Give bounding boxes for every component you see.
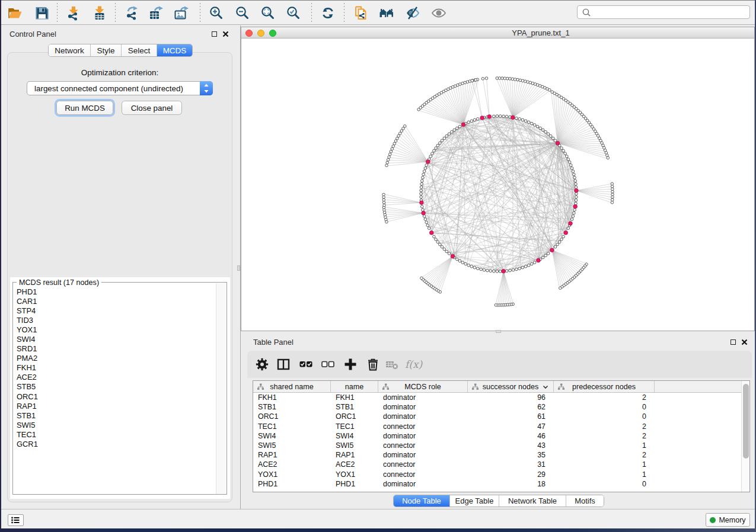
graph-node[interactable] (474, 79, 477, 82)
open-file-icon[interactable] (7, 5, 23, 21)
graph-node[interactable] (512, 268, 515, 271)
graph-node[interactable] (435, 147, 438, 150)
graph-node[interactable] (611, 185, 614, 188)
table-row[interactable]: TEC1TEC1connector472 (253, 422, 749, 431)
graph-node[interactable] (464, 262, 467, 265)
graph-node[interactable] (495, 304, 497, 307)
graph-node[interactable] (473, 118, 476, 121)
mcds-node-item[interactable]: SWI5 (17, 421, 212, 430)
graph-node[interactable] (433, 235, 436, 238)
graph-node[interactable] (439, 243, 442, 246)
select-all-icon[interactable] (299, 357, 313, 371)
show-columns-icon[interactable] (276, 357, 291, 371)
graph-node[interactable] (383, 204, 386, 207)
graph-node[interactable] (567, 158, 570, 161)
graph-node[interactable] (515, 268, 518, 271)
graph-mcds-node[interactable] (569, 222, 573, 226)
run-mcds-button[interactable]: Run MCDS (56, 101, 113, 115)
tab-mcds[interactable]: MCDS (157, 44, 192, 56)
graph-node[interactable] (422, 177, 425, 180)
graph-node[interactable] (429, 155, 432, 158)
graph-node[interactable] (570, 167, 573, 170)
graph-node[interactable] (502, 115, 505, 118)
graph-node[interactable] (420, 193, 423, 196)
column-header-name[interactable]: name (331, 381, 378, 392)
vertical-splitter-grip[interactable] (237, 265, 240, 271)
show-graphics-details-icon[interactable] (431, 5, 446, 21)
graph-node[interactable] (441, 245, 444, 248)
import-table-icon[interactable] (92, 5, 107, 21)
graph-node[interactable] (433, 149, 436, 152)
graph-node[interactable] (470, 265, 473, 268)
tab-network[interactable]: Network (49, 44, 91, 56)
graph-node[interactable] (436, 241, 439, 243)
graph-node[interactable] (467, 264, 470, 267)
mcds-node-item[interactable]: ACE2 (17, 373, 212, 382)
graph-node[interactable] (516, 78, 519, 81)
graph-node[interactable] (524, 120, 527, 123)
graph-node[interactable] (382, 201, 385, 204)
graph-node[interactable] (392, 145, 395, 148)
graph-node[interactable] (575, 186, 578, 189)
graph-node[interactable] (499, 270, 502, 273)
graph-node[interactable] (611, 196, 614, 198)
graph-node[interactable] (387, 158, 390, 161)
graph-node[interactable] (531, 262, 534, 265)
column-header-shared-name[interactable]: shared name (253, 381, 331, 392)
graph-node[interactable] (471, 79, 474, 82)
graph-node[interactable] (611, 182, 614, 185)
graph-node[interactable] (575, 196, 578, 198)
graph-node[interactable] (422, 209, 425, 211)
graph-node[interactable] (473, 266, 476, 269)
table-row[interactable]: YOX1YOX1connector291 (253, 470, 749, 479)
graph-node[interactable] (420, 196, 423, 198)
zoom-in-icon[interactable] (209, 5, 224, 21)
graph-node[interactable] (390, 150, 393, 153)
graph-node[interactable] (477, 118, 480, 121)
graph-node[interactable] (420, 182, 423, 185)
graph-node[interactable] (559, 287, 562, 290)
graph-node[interactable] (573, 209, 576, 211)
graph-node[interactable] (426, 224, 429, 227)
graph-node[interactable] (477, 267, 480, 270)
graph-node[interactable] (513, 78, 516, 81)
graph-node[interactable] (542, 129, 545, 132)
tab-node-table[interactable]: Node Table (394, 495, 450, 507)
graph-node[interactable] (386, 161, 389, 164)
graph-node[interactable] (544, 254, 547, 257)
network-canvas[interactable] (241, 39, 754, 331)
mcds-node-item[interactable]: TEC1 (17, 430, 212, 440)
mcds-node-item[interactable]: CAR1 (17, 297, 212, 306)
graph-node[interactable] (518, 267, 521, 270)
tab-edge-table[interactable]: Edge Table (450, 495, 499, 507)
graph-node[interactable] (509, 78, 512, 81)
mcds-node-item[interactable]: SWI4 (17, 335, 212, 344)
graph-node[interactable] (573, 173, 576, 176)
graph-node[interactable] (420, 277, 423, 280)
graph-node[interactable] (547, 133, 550, 136)
graph-node[interactable] (385, 164, 388, 167)
graph-node[interactable] (573, 177, 576, 180)
close-table-panel-icon[interactable] (741, 339, 748, 345)
mcds-node-item[interactable]: STB1 (17, 411, 212, 421)
network-window-titlebar[interactable]: YPA_prune.txt_1 (241, 27, 754, 39)
tab-network-table[interactable]: Network Table (499, 495, 566, 507)
graph-node[interactable] (485, 77, 488, 80)
graph-node[interactable] (572, 215, 575, 218)
graph-node[interactable] (564, 152, 567, 155)
table-row[interactable]: ORC1ORC1dominator610 (253, 412, 749, 421)
graph-node[interactable] (443, 137, 446, 140)
graph-node[interactable] (611, 201, 614, 204)
table-row[interactable]: FKH1FKH1dominator962 (253, 393, 749, 402)
graph-node[interactable] (493, 270, 496, 273)
graph-node[interactable] (382, 196, 385, 199)
graph-node[interactable] (611, 193, 614, 196)
clone-network-icon[interactable] (353, 5, 368, 21)
graph-node[interactable] (511, 78, 514, 81)
delete-table-icon[interactable] (385, 357, 399, 371)
graph-node[interactable] (548, 89, 551, 92)
graph-node[interactable] (556, 243, 559, 246)
graph-node[interactable] (486, 269, 489, 272)
graph-node[interactable] (489, 270, 492, 273)
mcds-node-item[interactable]: YOX1 (17, 325, 212, 335)
